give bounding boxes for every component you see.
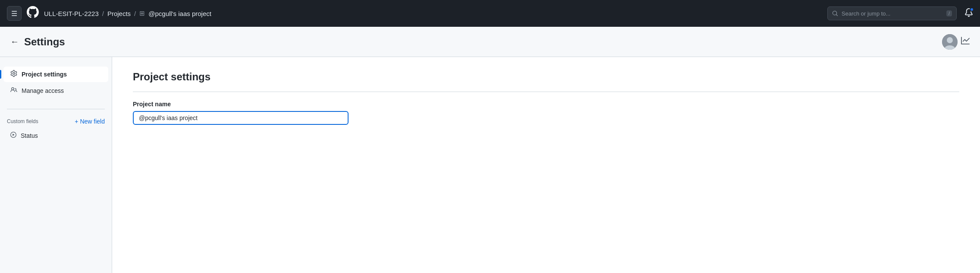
page-title: Settings [24, 36, 65, 48]
content-title: Project settings [133, 71, 959, 83]
breadcrumb: ULL-ESIT-PL-2223 / Projects / ⊞ @pcgull'… [44, 10, 211, 17]
search-icon [832, 10, 838, 16]
search-input[interactable] [842, 10, 943, 17]
sidebar-item-project-settings[interactable]: Project settings [3, 67, 108, 82]
breadcrumb-sep1: / [102, 10, 104, 17]
settings-header-bar: ← Settings [0, 27, 980, 57]
main-content: Project settings Manage access Custom fi… [0, 57, 980, 273]
sidebar: Project settings Manage access Custom fi… [0, 57, 112, 273]
breadcrumb-projects[interactable]: Projects [107, 10, 131, 17]
sidebar-item-manage-access-label: Manage access [22, 87, 64, 94]
people-icon [10, 86, 17, 95]
avatar[interactable] [942, 34, 958, 50]
sidebar-field-status[interactable]: Status [3, 129, 108, 142]
gear-icon [10, 70, 17, 79]
notifications-bell[interactable] [964, 8, 973, 19]
new-field-label: New field [80, 118, 105, 125]
notification-dot [970, 7, 974, 12]
search-box[interactable]: / [827, 6, 957, 20]
plus-icon: + [75, 118, 78, 125]
project-name-input[interactable] [133, 111, 349, 125]
hamburger-menu-button[interactable]: ☰ [7, 6, 22, 21]
settings-content-area: Project settings Project name [112, 57, 980, 273]
search-area: / [827, 6, 973, 20]
settings-header-left: ← Settings [10, 36, 65, 48]
github-logo[interactable] [27, 6, 39, 21]
sidebar-divider [7, 109, 105, 109]
top-navigation: ☰ ULL-ESIT-PL-2223 / Projects / ⊞ @pcgul… [0, 0, 980, 27]
custom-fields-label: Custom fields [7, 118, 38, 124]
breadcrumb-project-name[interactable]: @pcgull's iaas project [148, 10, 211, 17]
search-shortcut-badge: / [946, 10, 952, 16]
settings-header-right [942, 34, 970, 50]
svg-point-1 [947, 37, 953, 43]
breadcrumb-repo[interactable]: ULL-ESIT-PL-2223 [44, 10, 99, 17]
breadcrumb-sep2: / [134, 10, 136, 17]
custom-fields-section-header: Custom fields + New field [0, 116, 112, 128]
status-field-label: Status [21, 132, 38, 139]
sidebar-nav: Project settings Manage access [0, 67, 112, 98]
status-field-icon [10, 132, 16, 139]
graph-icon[interactable] [961, 36, 970, 47]
project-table-icon: ⊞ [139, 10, 145, 17]
back-button[interactable]: ← [10, 37, 19, 47]
content-divider [133, 92, 959, 92]
project-name-label: Project name [133, 101, 959, 108]
sidebar-item-manage-access[interactable]: Manage access [3, 83, 108, 98]
new-field-button[interactable]: + New field [75, 118, 105, 125]
sidebar-item-project-settings-label: Project settings [22, 71, 67, 78]
